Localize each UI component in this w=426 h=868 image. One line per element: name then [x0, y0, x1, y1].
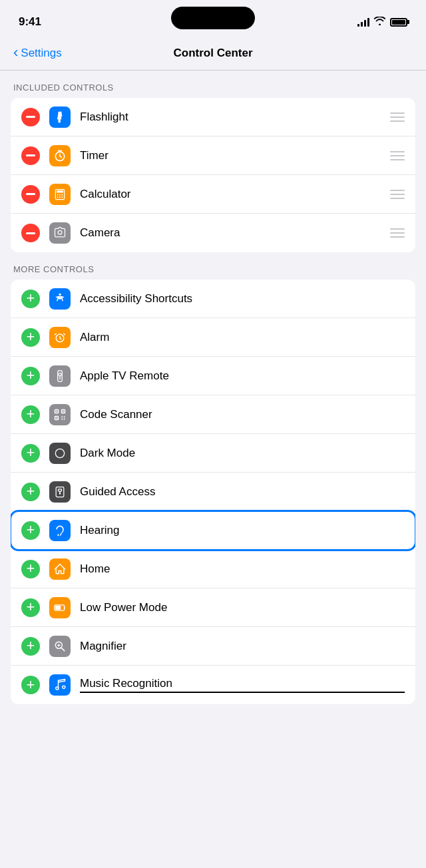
add-accessibility-button[interactable] — [21, 290, 40, 308]
svg-rect-14 — [59, 376, 61, 377]
list-item-accessibility[interactable]: Accessibility Shortcuts — [11, 280, 415, 318]
svg-point-6 — [57, 196, 59, 198]
darkmode-label: Dark Mode — [80, 447, 405, 460]
list-item-darkmode[interactable]: Dark Mode — [11, 434, 415, 473]
svg-point-22 — [55, 449, 64, 457]
list-item-home[interactable]: Home — [11, 550, 415, 588]
remove-camera-button[interactable] — [21, 224, 40, 242]
hearing-label: Hearing — [80, 524, 405, 537]
status-time: 9:41 — [19, 15, 41, 29]
list-item-codescanner[interactable]: Code Scanner — [11, 395, 415, 434]
calculator-label: Calculator — [80, 188, 390, 201]
add-home-button[interactable] — [21, 560, 40, 578]
svg-point-3 — [57, 194, 59, 195]
magnifier-icon — [49, 636, 71, 657]
status-icons — [357, 17, 407, 27]
flashlight-icon — [49, 107, 71, 128]
svg-point-13 — [59, 373, 61, 375]
list-item-calculator[interactable]: Calculator — [11, 175, 415, 214]
camera-label: Camera — [80, 226, 390, 240]
home-icon — [49, 558, 71, 580]
list-item-guidedaccess[interactable]: Guided Access — [11, 473, 415, 511]
signal-bars-icon — [357, 17, 369, 27]
add-guidedaccess-button[interactable] — [21, 483, 40, 501]
add-magnifier-button[interactable] — [21, 637, 40, 656]
musicrecognition-icon — [49, 674, 71, 696]
svg-rect-19 — [56, 411, 57, 412]
appletv-icon — [49, 365, 71, 387]
alarm-icon — [49, 327, 71, 348]
svg-rect-28 — [55, 606, 61, 610]
back-button[interactable]: ‹ Settings — [13, 45, 62, 61]
add-codescanner-button[interactable] — [21, 405, 40, 424]
guidedaccess-label: Guided Access — [80, 485, 405, 499]
remove-timer-button[interactable] — [21, 146, 40, 165]
svg-rect-20 — [63, 411, 64, 412]
nav-bar: ‹ Settings Control Center — [0, 36, 426, 71]
list-item-flashlight[interactable]: Flashlight — [11, 98, 415, 136]
accessibility-label: Accessibility Shortcuts — [80, 292, 405, 306]
back-label: Settings — [21, 47, 61, 60]
svg-point-8 — [61, 196, 63, 198]
page-title: Control Center — [174, 47, 253, 60]
svg-point-31 — [63, 686, 65, 688]
remove-flashlight-button[interactable] — [21, 108, 40, 126]
alarm-label: Alarm — [80, 331, 405, 344]
add-alarm-button[interactable] — [21, 328, 40, 347]
lowpower-icon — [49, 597, 71, 618]
svg-rect-21 — [56, 417, 57, 419]
hearing-icon — [49, 520, 71, 541]
flashlight-drag-handle[interactable] — [390, 110, 405, 124]
svg-rect-2 — [57, 190, 63, 192]
wifi-icon — [374, 17, 385, 27]
svg-point-7 — [59, 196, 61, 198]
phone-frame: 9:41 ‹ Settings Control Center — [0, 0, 426, 868]
list-item-lowpower[interactable]: Low Power Mode — [11, 588, 415, 627]
svg-point-4 — [59, 194, 61, 195]
calculator-drag-handle[interactable] — [390, 187, 405, 202]
timer-label: Timer — [80, 149, 390, 162]
add-appletv-button[interactable] — [21, 367, 40, 385]
home-label: Home — [80, 562, 405, 576]
list-item-timer[interactable]: Timer — [11, 136, 415, 175]
accessibility-icon — [49, 288, 71, 310]
svg-point-10 — [59, 293, 61, 295]
list-item-hearing[interactable]: Hearing — [11, 511, 415, 550]
svg-point-26 — [57, 534, 59, 536]
appletv-label: Apple TV Remote — [80, 369, 405, 383]
more-controls-label: MORE CONTROLS — [0, 252, 426, 280]
camera-drag-handle[interactable] — [390, 226, 405, 240]
included-controls-label: INCLUDED CONTROLS — [0, 71, 426, 98]
timer-drag-handle[interactable] — [390, 148, 405, 163]
add-darkmode-button[interactable] — [21, 444, 40, 463]
more-controls-list: Accessibility Shortcuts Alarm Apple TV R… — [11, 280, 415, 704]
guidedaccess-icon — [49, 481, 71, 503]
dynamic-island — [171, 7, 255, 29]
calculator-icon — [49, 184, 71, 205]
list-item-appletv[interactable]: Apple TV Remote — [11, 357, 415, 395]
battery-icon — [390, 18, 407, 27]
content: INCLUDED CONTROLS Flashlight Timer — [0, 71, 426, 704]
status-bar: 9:41 — [0, 0, 426, 36]
list-item-musicrecognition[interactable]: Music Recognition — [11, 666, 415, 704]
list-item-alarm[interactable]: Alarm — [11, 318, 415, 357]
musicrecognition-label: Music Recognition — [80, 677, 405, 693]
svg-point-25 — [59, 493, 61, 495]
add-lowpower-button[interactable] — [21, 598, 40, 617]
timer-icon — [49, 145, 71, 166]
codescanner-label: Code Scanner — [80, 408, 405, 421]
add-hearing-button[interactable] — [21, 521, 40, 540]
camera-icon — [49, 222, 71, 244]
remove-calculator-button[interactable] — [21, 185, 40, 204]
flashlight-label: Flashlight — [80, 110, 390, 124]
lowpower-label: Low Power Mode — [80, 601, 405, 614]
included-controls-list: Flashlight Timer — [11, 98, 415, 252]
add-musicrecognition-button[interactable] — [21, 676, 40, 694]
back-arrow-icon: ‹ — [13, 44, 18, 61]
list-item-camera[interactable]: Camera — [11, 214, 415, 252]
svg-point-30 — [56, 687, 59, 690]
list-item-magnifier[interactable]: Magnifier — [11, 627, 415, 666]
svg-rect-15 — [59, 378, 61, 379]
svg-point-5 — [61, 194, 63, 195]
codescanner-icon — [49, 404, 71, 425]
